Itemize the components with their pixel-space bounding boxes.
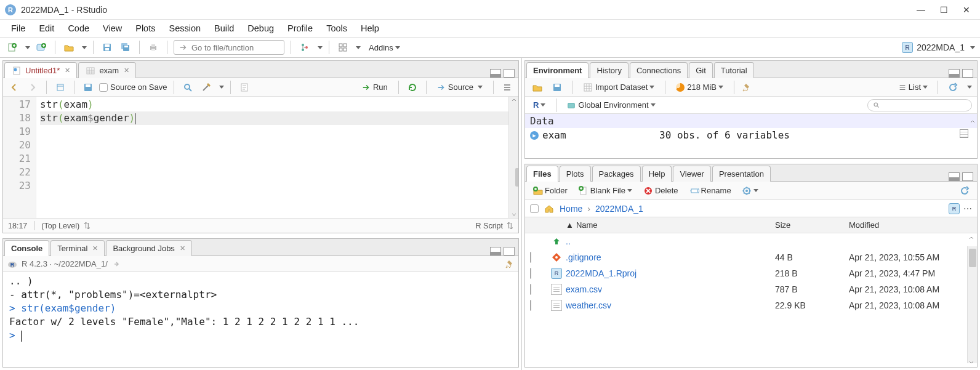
delete-button[interactable]: Delete [640, 183, 681, 198]
select-all-checkbox[interactable] [530, 204, 539, 213]
outline-button[interactable] [500, 80, 515, 95]
run-button[interactable]: Run [358, 81, 392, 94]
menu-debug[interactable]: Debug [241, 22, 280, 34]
file-checkbox[interactable] [530, 284, 531, 295]
close-tab-icon[interactable]: ✕ [124, 66, 129, 74]
code-line[interactable]: str(exam$gender) [40, 111, 515, 125]
env-tab[interactable]: Environment [526, 62, 588, 78]
close-tab-icon[interactable]: ✕ [92, 244, 98, 252]
env-tab[interactable]: Connections [630, 62, 688, 78]
show-in-new-window-button[interactable] [53, 80, 68, 95]
new-blank-file-button[interactable]: Blank File [576, 183, 635, 198]
refresh-menu-icon[interactable] [967, 86, 972, 89]
rerun-button[interactable] [405, 80, 420, 95]
clear-console-button[interactable] [505, 259, 515, 269]
code-line[interactable] [40, 179, 515, 193]
env-tab[interactable]: Tutorial [714, 62, 754, 78]
file-row[interactable]: weather.csv22.9 KBApr 21, 2023, 10:08 AM [525, 297, 977, 313]
file-type-label[interactable]: R Script [476, 222, 503, 230]
save-all-button[interactable] [118, 40, 133, 55]
menu-profile[interactable]: Profile [281, 22, 319, 34]
console-tab[interactable]: Terminal✕ [50, 240, 105, 256]
nav-forward-button[interactable] [25, 80, 40, 95]
memory-usage-button[interactable]: 218 MiB [673, 80, 726, 95]
refresh-files-button[interactable] [957, 183, 972, 198]
console-tab[interactable]: Console [4, 240, 49, 256]
files-tab[interactable]: Plots [560, 166, 591, 182]
menu-edit[interactable]: Edit [33, 22, 60, 34]
env-search-input[interactable] [867, 99, 972, 111]
file-row-up[interactable]: .. [525, 233, 977, 249]
window-maximize-button[interactable]: ☐ [940, 5, 948, 15]
scroll-down-icon[interactable] [968, 360, 974, 366]
code-line[interactable] [40, 125, 515, 139]
code-line[interactable] [40, 166, 515, 179]
refresh-env-button[interactable] [946, 80, 960, 95]
code-line[interactable]: str(exam) [40, 98, 515, 111]
maximize-pane-button[interactable] [962, 172, 973, 181]
go-to-project-dir-icon[interactable]: R [949, 203, 960, 214]
goto-file-input[interactable]: Go to file/function [174, 40, 284, 55]
source-tab[interactable]: exam✕ [78, 62, 136, 78]
menu-build[interactable]: Build [208, 22, 240, 34]
scope-updown-icon[interactable]: ⇅ [84, 222, 90, 230]
minimize-pane-button[interactable] [949, 69, 960, 78]
window-close-button[interactable]: ✕ [963, 5, 970, 15]
open-recent-menu-icon[interactable] [82, 46, 87, 49]
env-tab[interactable]: Git [689, 62, 713, 78]
env-row[interactable]: ▶exam30 obs. of 6 variables [525, 128, 977, 142]
new-project-button[interactable] [34, 40, 49, 55]
menu-session[interactable]: Session [163, 22, 207, 34]
file-type-updown-icon[interactable]: ⇅ [507, 221, 513, 230]
code-line[interactable] [40, 152, 515, 166]
panes-button[interactable] [335, 40, 350, 55]
code-tools-menu-icon[interactable] [219, 86, 224, 89]
maximize-pane-button[interactable] [504, 69, 515, 78]
save-button[interactable] [100, 40, 114, 55]
console-tab[interactable]: Background Jobs✕ [106, 240, 191, 256]
file-name[interactable]: weather.csv [566, 300, 775, 310]
menu-view[interactable]: View [97, 22, 128, 34]
new-file-button[interactable] [5, 40, 20, 55]
new-file-menu-icon[interactable] [25, 46, 30, 49]
menu-code[interactable]: Code [62, 22, 95, 34]
print-button[interactable] [146, 40, 161, 55]
open-file-button[interactable] [62, 40, 76, 55]
new-folder-button[interactable]: Folder [530, 183, 571, 198]
clear-env-button[interactable] [742, 82, 752, 92]
code-tools-button[interactable] [199, 80, 214, 95]
language-scope-button[interactable]: R [530, 98, 548, 113]
files-tab[interactable]: Presentation [712, 166, 771, 182]
maximize-pane-button[interactable] [962, 69, 973, 78]
file-name[interactable]: .gitignore [566, 252, 775, 262]
breadcrumb-folder[interactable]: 2022MDA_1 [595, 204, 643, 214]
code-line[interactable] [40, 139, 515, 152]
menu-plots[interactable]: Plots [129, 22, 161, 34]
files-tab[interactable]: Viewer [673, 166, 711, 182]
editor-scrollbar[interactable] [508, 97, 518, 218]
minimize-pane-button[interactable] [490, 247, 501, 255]
minimize-pane-button[interactable] [490, 69, 501, 78]
file-checkbox[interactable] [530, 300, 531, 311]
more-path-button[interactable]: ⋯ [963, 204, 972, 214]
file-row[interactable]: .gitignore44 BApr 21, 2023, 10:55 AM [525, 249, 977, 265]
minimize-pane-button[interactable] [949, 172, 960, 181]
source-on-save-checkbox[interactable]: Source on Save [99, 82, 167, 92]
vcs-menu-icon[interactable] [318, 46, 323, 49]
find-replace-button[interactable] [180, 80, 195, 95]
project-menu[interactable]: R 2022MDA_1 [902, 42, 975, 53]
files-tab[interactable]: Help [642, 166, 672, 182]
source-tab[interactable]: Untitled1*✕ [4, 62, 77, 78]
file-row[interactable]: R2022MDA_1.Rproj218 BApr 21, 2023, 4:47 … [525, 265, 977, 281]
console-output[interactable]: .. ) - attr(*, "problems")=<externalptr>… [3, 272, 518, 367]
file-name[interactable]: 2022MDA_1.Rproj [566, 268, 775, 278]
sort-by-modified-button[interactable]: Modified [849, 220, 972, 230]
env-view-mode-button[interactable]: List [896, 80, 930, 95]
save-workspace-button[interactable] [550, 80, 564, 95]
save-source-button[interactable] [81, 80, 95, 95]
load-workspace-button[interactable] [530, 80, 545, 95]
more-button[interactable] [739, 183, 761, 198]
vcs-button[interactable] [297, 40, 312, 55]
env-scope-button[interactable]: Global Environment [564, 98, 658, 113]
close-tab-icon[interactable]: ✕ [65, 66, 70, 74]
